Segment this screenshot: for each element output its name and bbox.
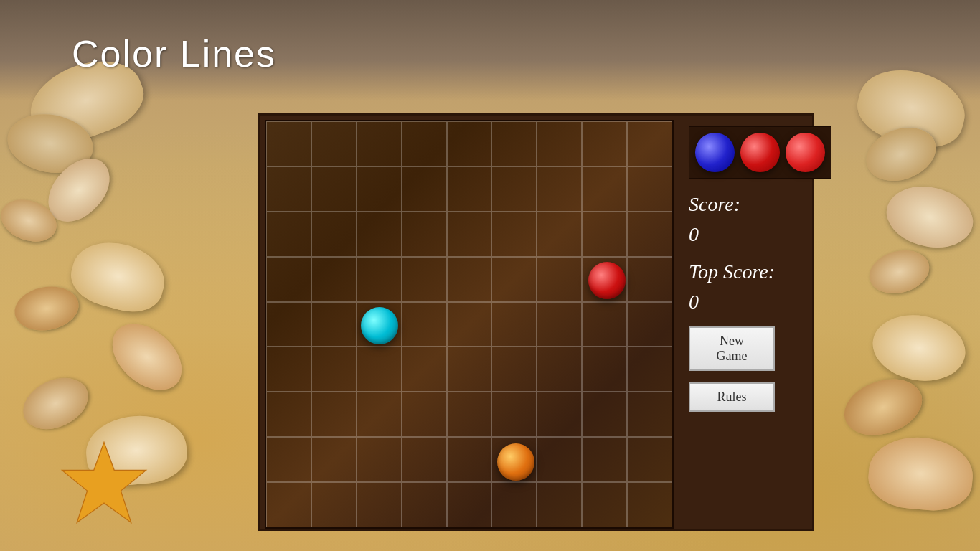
grid-cell[interactable]: [627, 482, 672, 527]
grid-cell[interactable]: [582, 437, 627, 482]
grid-cell[interactable]: [402, 437, 447, 482]
grid-cell[interactable]: [266, 121, 311, 166]
grid-cell[interactable]: [627, 166, 672, 212]
grid-cell[interactable]: [357, 482, 402, 527]
grid-cell[interactable]: [447, 212, 492, 257]
svg-marker-0: [62, 443, 146, 523]
grid-cell[interactable]: [447, 257, 492, 302]
grid-cell[interactable]: [402, 302, 447, 347]
grid-cell[interactable]: [582, 482, 627, 527]
grid-cell[interactable]: [537, 347, 582, 392]
grid-cell[interactable]: [357, 437, 402, 482]
grid-cell[interactable]: [311, 392, 357, 437]
grid-cell[interactable]: [537, 437, 582, 482]
grid-cell[interactable]: [627, 212, 672, 257]
next-ball-red-1: [740, 133, 780, 172]
grid-cell[interactable]: [357, 347, 402, 392]
next-ball-blue: [695, 133, 735, 172]
grid-cell[interactable]: [402, 121, 447, 166]
grid-cell[interactable]: [537, 302, 582, 347]
grid-cell[interactable]: [357, 212, 402, 257]
grid-cell[interactable]: [491, 392, 537, 437]
left-decoration: [0, 57, 244, 545]
ball-red[interactable]: [588, 262, 626, 299]
new-game-button[interactable]: New Game: [689, 326, 775, 371]
grid-cell[interactable]: [311, 347, 357, 392]
grid-cell[interactable]: [311, 302, 357, 347]
grid-cell[interactable]: [537, 121, 582, 166]
rules-button[interactable]: Rules: [689, 382, 775, 412]
starfish-deco: [57, 438, 151, 531]
grid-cell[interactable]: [447, 482, 492, 527]
grid-cell[interactable]: [582, 347, 627, 392]
grid-cell[interactable]: [402, 166, 447, 212]
grid-cell[interactable]: [266, 257, 311, 302]
top-score-value: 0: [689, 287, 831, 317]
shell-deco-7: [100, 314, 195, 400]
grid-cell[interactable]: [537, 392, 582, 437]
grid-cell[interactable]: [447, 302, 492, 347]
grid-cell[interactable]: [266, 392, 311, 437]
grid-cell[interactable]: [447, 347, 492, 392]
grid-cell[interactable]: [266, 166, 311, 212]
grid-cell[interactable]: [402, 482, 447, 527]
grid-cell[interactable]: [357, 121, 402, 166]
grid-cell[interactable]: [402, 392, 447, 437]
grid-cell[interactable]: [266, 347, 311, 392]
grid-cell[interactable]: [266, 437, 311, 482]
grid-cell[interactable]: [311, 166, 357, 212]
shell-deco-5: [65, 233, 172, 320]
grid-cell[interactable]: [402, 347, 447, 392]
ball-cyan[interactable]: [361, 307, 398, 344]
shell-deco-r5: [867, 308, 971, 387]
grid-cell[interactable]: [447, 121, 492, 166]
grid-cell[interactable]: [627, 302, 672, 347]
grid-cell[interactable]: [491, 257, 537, 302]
grid-cell[interactable]: [537, 166, 582, 212]
grid-cell[interactable]: [266, 302, 311, 347]
grid-cell[interactable]: [537, 257, 582, 302]
grid-cell[interactable]: [357, 392, 402, 437]
grid-cell[interactable]: [491, 166, 537, 212]
grid-cell[interactable]: [491, 302, 537, 347]
grid-cell[interactable]: [447, 166, 492, 212]
grid-cell[interactable]: [582, 392, 627, 437]
grid-cell[interactable]: [266, 482, 311, 527]
grid-cell[interactable]: [266, 212, 311, 257]
side-panel: Score: 0 Top Score: 0 New Game Rules: [678, 116, 842, 529]
top-score-label: Top Score:: [689, 257, 831, 287]
grid-cell[interactable]: [491, 212, 537, 257]
ball-orange[interactable]: [497, 443, 534, 481]
grid-cell[interactable]: [627, 347, 672, 392]
game-board[interactable]: // Will be generated below: [265, 120, 674, 529]
grid-cell[interactable]: [311, 257, 357, 302]
grid-cell[interactable]: [311, 437, 357, 482]
grid-cell[interactable]: [627, 121, 672, 166]
grid-cell[interactable]: [447, 437, 492, 482]
grid-cell[interactable]: [582, 302, 627, 347]
grid-cell[interactable]: [357, 257, 402, 302]
grid-cell[interactable]: [582, 212, 627, 257]
grid-cell[interactable]: [582, 166, 627, 212]
score-area: Score: 0 Top Score: 0: [689, 189, 831, 317]
grid-cell[interactable]: [627, 392, 672, 437]
grid-cell[interactable]: [357, 166, 402, 212]
next-balls-preview: [689, 126, 831, 179]
grid-cell[interactable]: [491, 482, 537, 527]
grid-cell[interactable]: [537, 482, 582, 527]
grid-cell[interactable]: [402, 257, 447, 302]
grid-cell[interactable]: [311, 482, 357, 527]
grid-cell[interactable]: [582, 121, 627, 166]
grid-cell[interactable]: [311, 212, 357, 257]
grid-overlay: // Will be generated below: [266, 121, 672, 527]
grid-cell[interactable]: [491, 121, 537, 166]
grid-cell[interactable]: [311, 121, 357, 166]
grid-cell[interactable]: [537, 212, 582, 257]
grid-cell[interactable]: [491, 347, 537, 392]
grid-cell[interactable]: [627, 257, 672, 302]
grid-cell[interactable]: [627, 437, 672, 482]
grid-cell[interactable]: [447, 392, 492, 437]
shell-deco-r7: [866, 433, 976, 514]
grid-cell[interactable]: [402, 212, 447, 257]
score-value: 0: [689, 220, 831, 250]
